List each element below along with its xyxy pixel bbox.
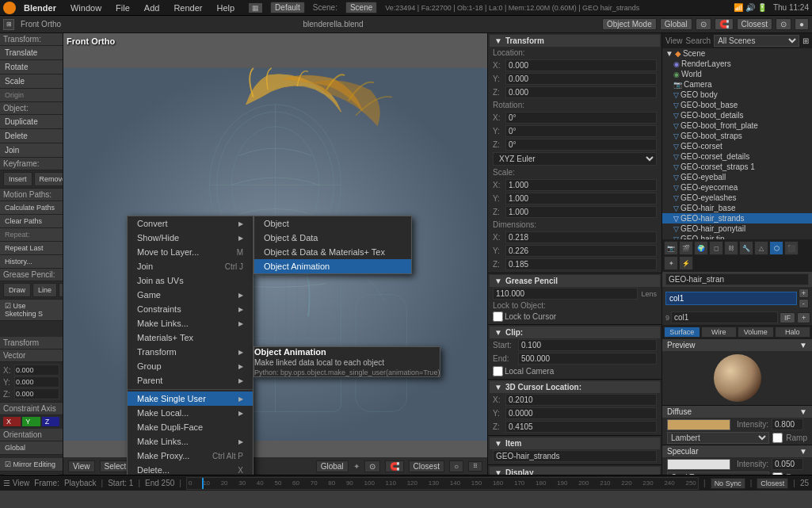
- scale-z-input[interactable]: [505, 206, 657, 218]
- prop-tab-modifiers[interactable]: 🔧: [739, 241, 753, 255]
- prop-tab-textures[interactable]: ⬛: [784, 241, 799, 255]
- origin-btn[interactable]: Origin: [0, 89, 63, 102]
- menu-window[interactable]: Window: [67, 3, 105, 13]
- ctx-constraints[interactable]: Constraints: [128, 302, 253, 316]
- viewport[interactable]: Front Ortho: [63, 33, 487, 475]
- remove-btn[interactable]: Remove: [34, 172, 63, 186]
- diffuse-color-swatch[interactable]: [667, 419, 730, 430]
- clip-start-input[interactable]: [518, 339, 657, 351]
- rotation-y-input[interactable]: [505, 125, 657, 137]
- outliner-eyeball[interactable]: ▽ GEO-eyeball: [662, 172, 812, 182]
- prop-tab-data[interactable]: △: [754, 241, 768, 255]
- sketching-btn[interactable]: ☑ Use Sketching S: [0, 300, 63, 321]
- draw-btn[interactable]: Draw: [3, 283, 31, 297]
- dim-x-input[interactable]: [505, 231, 657, 243]
- ctx-game[interactable]: Game: [128, 288, 253, 302]
- closest-btn2[interactable]: Closest: [757, 478, 788, 489]
- ctx-parent[interactable]: Parent: [128, 373, 253, 388]
- location-x-input[interactable]: [505, 59, 657, 71]
- ctx-convert[interactable]: Convert: [128, 216, 253, 231]
- outliner-corset-details[interactable]: ▽ GEO-corset_details: [662, 151, 812, 162]
- ctx-make-links2[interactable]: Make Links...: [128, 434, 253, 449]
- local-camera-check[interactable]: [493, 366, 503, 376]
- ctx-join-uvs[interactable]: Join as UVs: [128, 273, 253, 288]
- clear-paths-btn[interactable]: Clear Paths: [0, 215, 63, 228]
- item-name-input[interactable]: GEO-hair_strands: [493, 450, 657, 462]
- object-mode-btn[interactable]: Object Mode: [602, 18, 657, 30]
- ctx-make-single-user[interactable]: Make Single User: [128, 392, 253, 406]
- dim-y-input[interactable]: [505, 245, 657, 257]
- material-name-input[interactable]: [665, 273, 809, 285]
- diffuse-shader-select[interactable]: Lambert: [667, 432, 769, 444]
- insert-btn[interactable]: Insert: [3, 172, 32, 186]
- global-btn[interactable]: Global: [660, 18, 692, 30]
- outliner-hair-strands[interactable]: ▽ GEO-hair_strands: [662, 213, 812, 223]
- outliner-camera[interactable]: 📷 Camera: [662, 79, 812, 90]
- line-btn[interactable]: Line: [32, 283, 57, 297]
- ctx-move-to-layer[interactable]: Move to Layer... M: [128, 245, 253, 259]
- prop-edit-btn[interactable]: Proportional Editing: [3, 473, 59, 475]
- diffuse-ramp-check[interactable]: [772, 433, 783, 443]
- menu-render[interactable]: Render: [170, 3, 205, 13]
- ctx-join[interactable]: Join Ctrl J: [128, 259, 253, 273]
- lens-input[interactable]: [493, 288, 638, 300]
- scenes-dropdown[interactable]: All Scenes: [714, 35, 799, 47]
- scale-x-input[interactable]: [505, 179, 657, 191]
- submenu-object-data-mats[interactable]: Object & Data & Materials+ Tex: [254, 245, 411, 259]
- ctx-transform[interactable]: Transform: [128, 345, 253, 359]
- item-title[interactable]: ▼ Item: [490, 437, 660, 449]
- scale-y-input[interactable]: [505, 193, 657, 204]
- prop-tab-constraints[interactable]: ⛓: [724, 241, 738, 255]
- outliner-hair-tip[interactable]: ▽ GEO-hair tip: [662, 234, 812, 239]
- ctx-delete[interactable]: Delete... X: [128, 463, 253, 475]
- outliner-hair-base[interactable]: ▽ GEO-hair_base: [662, 203, 812, 213]
- outliner-hair-ponytail[interactable]: ▽ GEO-hair_ponytail: [662, 223, 812, 234]
- outliner-boot-details[interactable]: ▽ GEO-boot_details: [662, 110, 812, 120]
- rotation-x-input[interactable]: [505, 112, 657, 124]
- vector-y-input[interactable]: [14, 376, 59, 388]
- duplicate-btn[interactable]: Duplicate: [0, 115, 63, 129]
- cursor-y-input[interactable]: [505, 407, 657, 419]
- history-btn[interactable]: History...: [0, 255, 63, 269]
- scale-btn[interactable]: Scale: [0, 74, 63, 89]
- diffuse-title[interactable]: Diffuse ▼: [662, 406, 812, 418]
- prop-tab-materials[interactable]: ⬡: [769, 241, 783, 255]
- ctx-showhide[interactable]: Show/Hide: [128, 231, 253, 245]
- outliner-eyecornea[interactable]: ▽ GEO-eyecornea: [662, 182, 812, 193]
- prop-tab-scene[interactable]: 🎬: [679, 241, 693, 255]
- diffuse-intensity-input[interactable]: [772, 418, 803, 430]
- no-sync-btn[interactable]: No Sync: [711, 478, 745, 489]
- dim-z-input[interactable]: [505, 258, 657, 270]
- outliner-boot-front[interactable]: ▽ GEO-boot_front_plate: [662, 120, 812, 131]
- vp-view-btn[interactable]: View: [68, 460, 95, 472]
- vp-magnet-btn[interactable]: 🧲: [385, 460, 404, 472]
- ctx-make-dupli-face[interactable]: Make Dupli-Face: [128, 420, 253, 434]
- vp-closest-snap-btn[interactable]: Closest: [409, 460, 444, 472]
- prop-tab-particles[interactable]: ✦: [664, 256, 678, 270]
- preview-title[interactable]: Preview ▼: [662, 339, 812, 351]
- transform-title[interactable]: ▼ Transform: [490, 35, 660, 47]
- menu-help[interactable]: Help: [213, 3, 238, 13]
- playhead[interactable]: [202, 478, 204, 489]
- vp-prop-btn[interactable]: ○: [449, 460, 463, 472]
- axis-y-btn[interactable]: Y: [22, 417, 40, 427]
- clip-title[interactable]: ▼ Clip:: [490, 327, 660, 338]
- location-z-input[interactable]: [505, 86, 657, 98]
- specular-title[interactable]: Specular ▼: [662, 445, 812, 457]
- mat-add-btn[interactable]: +: [799, 288, 809, 298]
- vector-x-input[interactable]: [14, 365, 59, 376]
- vp-global-btn[interactable]: Global: [316, 460, 349, 472]
- location-y-input[interactable]: [505, 73, 657, 85]
- specular-intensity-input[interactable]: [772, 458, 803, 470]
- ctx-make-proxy[interactable]: Make Proxy... Ctrl Alt P: [128, 449, 253, 463]
- vector-z-input[interactable]: [14, 388, 59, 399]
- wire-tab[interactable]: Wire: [701, 327, 738, 338]
- layer-toggle[interactable]: ●: [795, 18, 809, 30]
- display-title[interactable]: ▼ Display: [490, 467, 660, 475]
- outliner-renderlayers[interactable]: ◉ RenderLayers: [662, 59, 812, 69]
- clip-end-input[interactable]: [518, 353, 657, 365]
- outliner-eyelashes[interactable]: ▽ GEO-eyelashes: [662, 193, 812, 203]
- specular-color-swatch[interactable]: [667, 459, 730, 470]
- pivot-btn[interactable]: ⊙: [696, 18, 711, 30]
- proportional-btn[interactable]: ⊙: [776, 18, 791, 30]
